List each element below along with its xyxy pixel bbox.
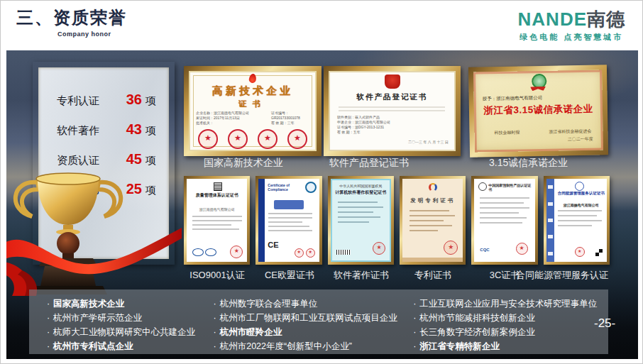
stat-label: 资质认证 xyxy=(57,154,99,167)
honor-item: ·杭州市专利试点企业 xyxy=(43,339,210,353)
cert-title: 软件产品登记证书 xyxy=(329,92,456,102)
certificate-row-2: 质量管理体系认证证书 浙江南德电气有限公司 ★ Certificate of C… xyxy=(184,176,610,265)
text-line xyxy=(480,202,524,204)
cert-date: 二〇一三 年 八 月 十三 日 xyxy=(408,140,449,144)
blue-label xyxy=(274,200,304,209)
cert-title: 合同能源管理服务认证证书 xyxy=(556,191,606,195)
stat-label: 荣誉证书 xyxy=(57,184,99,197)
stat-label: 软件著作 xyxy=(57,124,99,138)
cert-caption: 软件著作证书 xyxy=(334,269,389,282)
honor-text: 杭州市产学研示范企业 xyxy=(53,313,142,323)
honor-item: ·杭州市节能减排科技创新企业 xyxy=(410,311,608,325)
page-title: 三、资质荣誉 xyxy=(16,6,127,29)
bullet-icon: · xyxy=(210,339,220,353)
honor-item: ·杭师大工业物联网研究中心共建企业 xyxy=(43,325,210,339)
certificate-content: 中国国家强制性产品认证证书 CQC ★ xyxy=(474,179,534,262)
seal-icon: ★ xyxy=(230,246,243,258)
seal-icon: ★ xyxy=(306,248,315,258)
honor-text: 浙江省专精特新企业 xyxy=(419,341,500,351)
band-logo-icon xyxy=(548,252,553,255)
cnas-logo-icon xyxy=(205,248,216,256)
background-photo: 专利认证 36 项 软件著作 43 项 资质认证 45 项 荣誉证书 25 xyxy=(6,50,638,359)
cert-field: 证书编号：浙DGY-2013-1231 xyxy=(337,125,408,130)
stats-frame: 专利认证 36 项 软件著作 43 项 资质认证 45 项 荣誉证书 25 xyxy=(33,62,175,265)
stat-unit: 项 xyxy=(145,184,156,197)
honor-text: 国家高新技术企业 xyxy=(53,299,124,309)
honor-text: 杭州市瞪羚企业 xyxy=(220,327,282,337)
honor-text: 杭州市工厂物联网和工业互联网试点项目企业 xyxy=(220,313,397,323)
honor-text: 工业互联网企业应用与安全技术研究理事单位 xyxy=(419,299,597,309)
stats-panel: 专利认证 36 项 软件著作 43 项 资质认证 45 项 荣誉证书 25 xyxy=(38,67,169,259)
iaf-logo-icon xyxy=(192,248,204,256)
bullet-icon: · xyxy=(410,325,419,339)
cert-company: 浙江南德电气有限公司 xyxy=(556,203,606,207)
bullet-icon: · xyxy=(43,297,53,311)
honor-text: 长三角数字经济创新案例企业 xyxy=(419,327,535,337)
seal-icon: ★ xyxy=(258,129,277,149)
cert-subtitle: 证书 xyxy=(189,99,317,109)
cert-head: 中华人民共和国国家版权局 xyxy=(331,184,391,188)
honor-item: ·杭州市瞪羚企业 xyxy=(210,325,410,339)
certificate-content: 合同能源管理服务认证证书 浙江南德电气有限公司 ★ xyxy=(546,179,607,262)
certificate-content: 授予：浙江南德电气有限公司 浙江省3.15诚信承诺企业 科技金融时报 浙江省科技… xyxy=(473,70,603,152)
band-logo-icon xyxy=(548,202,553,206)
logo-wordmark: NANDE南德 xyxy=(518,9,625,29)
cert-footer-year: 二〇二一年度 xyxy=(568,136,593,143)
notified-body-icon xyxy=(305,182,317,193)
flame-icon xyxy=(248,73,257,84)
certificate-patent: 发明专利证书 ★ xyxy=(400,176,466,265)
logo-cn-text: 南德 xyxy=(587,9,625,30)
cert-title: 高新技术企业 xyxy=(189,84,317,98)
certificate-high-tech-enterprise: 高新技术企业 证书 企业名称：浙江南德电气有限公司 发证时间：2017年11月1… xyxy=(184,66,322,156)
stat-row-honors: 荣誉证书 25 项 xyxy=(38,181,169,197)
text-line xyxy=(192,224,231,226)
barcode xyxy=(336,250,351,255)
badge-ribbon-icon xyxy=(530,87,546,91)
stat-value: 45 xyxy=(126,151,142,167)
honor-item: ·杭州市工厂物联网和工业互联网试点项目企业 xyxy=(210,311,410,325)
text-line xyxy=(410,220,444,221)
text-line xyxy=(558,210,602,211)
text-line xyxy=(339,106,445,108)
logo-en-text: NANDE xyxy=(518,9,587,30)
bullet-icon: · xyxy=(410,297,419,311)
text-line xyxy=(192,216,242,217)
certificate-ce: Certificate of Compliance CE ★ ★ xyxy=(255,176,322,265)
text-line xyxy=(410,215,455,216)
cert-field: 批准机关： xyxy=(196,121,267,126)
cert-title: 浙江省3.15诚信承诺企业 xyxy=(474,102,603,117)
bullet-icon: · xyxy=(410,339,419,353)
seal-icon: ★ xyxy=(575,247,585,257)
blue-band xyxy=(258,179,265,262)
certificate-content: 质量管理体系认证证书 浙江南德电气有限公司 ★ xyxy=(187,179,247,262)
cert-caption: 3.15诚信承诺企业 xyxy=(489,157,568,170)
honor-item: ·工业互联网企业应用与安全技术研究理事单位 xyxy=(410,297,608,311)
cert-award-line: 授予：浙江南德电气有限公司 xyxy=(483,95,543,102)
stat-value: 25 xyxy=(126,181,142,197)
seal-icon: ★ xyxy=(444,241,458,255)
honor-text: 杭州数字联合会理事单位 xyxy=(220,299,318,309)
honor-item: ·杭州数字联合会理事单位 xyxy=(210,297,410,311)
cert-fields: 软件类别：嵌入式软件产品 申请企业：浙江南德电气有限公司 证书编号：浙DGY-2… xyxy=(337,115,408,135)
honor-text: 杭州市专利试点企业 xyxy=(53,341,133,351)
band-logo-icon xyxy=(548,185,553,189)
cert-title: 发明专利证书 xyxy=(402,197,463,204)
cert-caption: 合同能源管理服务认证 xyxy=(516,269,608,282)
bullet-icon: · xyxy=(43,339,53,353)
cert-title: 中国国家强制性产品认证证书 xyxy=(488,183,532,192)
national-emblem-icon xyxy=(385,75,400,89)
cert-field: 发证时间：2017年11月13日 xyxy=(196,116,267,121)
text-line xyxy=(268,230,312,231)
honor-text: 杭师大工业物联网研究中心共建企业 xyxy=(53,327,195,337)
certificate-iso9001: 质量管理体系认证证书 浙江南德电气有限公司 ★ xyxy=(184,176,250,265)
logo-tagline: 绿色电能 点亮智慧城市 xyxy=(518,32,625,43)
title-block: 三、资质荣誉 Company honor xyxy=(16,6,127,38)
text-line xyxy=(558,225,592,226)
cert-title: 计算机软件著作权登记证书 xyxy=(331,189,391,196)
seal-icon: ★ xyxy=(516,243,528,255)
bullet-icon: · xyxy=(210,325,220,339)
cert-footer-right: 浙江省科技金融促进会 xyxy=(549,128,591,136)
cert-caption: 3C证书 xyxy=(490,269,520,282)
text-line xyxy=(410,230,438,231)
seal-icon: ★ xyxy=(295,248,304,258)
